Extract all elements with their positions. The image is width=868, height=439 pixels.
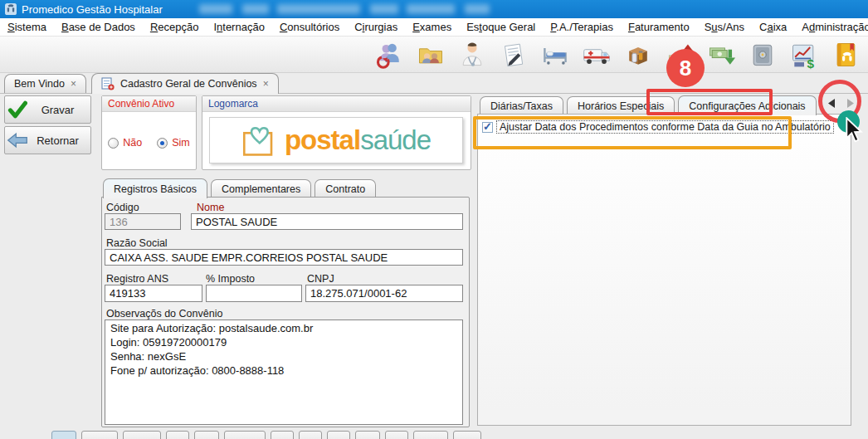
bottom-button[interactable]	[224, 431, 266, 439]
radio-nao[interactable]: Não	[108, 137, 142, 149]
imposto-label: % Imposto	[206, 273, 255, 285]
title-bar: Promedico Gestão Hospitalar	[0, 0, 868, 18]
logomarca-group: Logomarca postal saúde	[202, 95, 471, 170]
menu-item-consultorios[interactable]: Consultórios	[272, 19, 347, 35]
menu-item-estoque-geral[interactable]: Estoque Geral	[459, 19, 543, 35]
tab-bem-vindo[interactable]: Bem Vindo ×	[4, 74, 86, 93]
bottom-button[interactable]	[385, 431, 408, 439]
menu-item-internacao[interactable]: Internação	[206, 19, 271, 35]
bottom-button[interactable]	[327, 431, 350, 439]
contacts-sync-icon[interactable]	[372, 38, 407, 71]
menu-item-exames[interactable]: Exames	[405, 19, 459, 35]
registro-ans-field[interactable]	[105, 285, 202, 302]
codigo-field[interactable]	[105, 213, 181, 230]
prescription-icon[interactable]	[496, 38, 531, 71]
convenio-ativo-group: Convênio Ativo Não Sim	[101, 95, 197, 170]
toolbar: $	[0, 37, 868, 73]
bottom-button[interactable]	[355, 431, 380, 439]
receivables-icon[interactable]	[704, 38, 739, 71]
phonebook-icon[interactable]	[828, 38, 863, 71]
hospital-bed-icon[interactable]	[538, 38, 573, 71]
annotation-rect-red	[646, 89, 773, 115]
gravar-label: Gravar	[30, 104, 90, 116]
tab-complementares[interactable]: Complementares	[211, 179, 311, 198]
menu-bar: Sistema Base de Dados Recepção Internaçã…	[0, 18, 868, 37]
radio-icon	[157, 138, 168, 149]
menu-item-faturamento[interactable]: Faturamento	[621, 19, 697, 35]
financial-chart-icon[interactable]: $	[787, 38, 822, 71]
bottom-button[interactable]	[166, 431, 189, 439]
bottom-button[interactable]	[271, 431, 294, 439]
menu-item-recepcao[interactable]: Recepção	[143, 19, 207, 35]
patient-records-icon[interactable]	[413, 38, 448, 71]
window-title: Promedico Gestão Hospitalar	[22, 3, 163, 16]
pharmacy-stock-icon[interactable]	[621, 38, 656, 71]
tab-cadastro-geral-de-convenios[interactable]: Cadastro Geral de Convênios ×	[91, 73, 279, 94]
bottom-button[interactable]	[194, 431, 219, 439]
redacted-title-text	[277, 4, 360, 14]
tab-label: Bem Vindo	[14, 78, 65, 90]
document-icon	[101, 77, 115, 90]
annotation-rect-orange	[473, 116, 792, 149]
app-icon	[5, 3, 17, 15]
menu-item-sus-ans[interactable]: Sus/Ans	[697, 19, 752, 35]
tab-contrato[interactable]: Contrato	[315, 179, 376, 198]
bottom-button[interactable]	[413, 431, 448, 439]
bottom-button[interactable]	[453, 431, 481, 439]
menu-item-p-a-terapias[interactable]: P.A./Terapias	[543, 19, 621, 35]
nome-field[interactable]	[191, 213, 463, 230]
gravar-button[interactable]: Gravar	[4, 95, 91, 124]
tab-diarias-taxas[interactable]: Diárias/Taxas	[480, 96, 563, 115]
retornar-label: Retornar	[30, 134, 90, 147]
menu-item-administracao[interactable]: Administração	[794, 19, 868, 35]
convenio-ativo-title: Convênio Ativo	[102, 96, 196, 112]
menu-item-cirurgias[interactable]: Cirurgias	[347, 19, 405, 35]
logo-image: postal saúde	[209, 117, 463, 163]
radio-icon	[108, 138, 119, 149]
step-badge: 8	[666, 49, 705, 87]
redacted-title-text	[242, 4, 269, 14]
arrow-left-icon	[5, 132, 30, 149]
menu-item-sistema[interactable]: Sistema	[0, 19, 54, 35]
logomarca-title: Logomarca	[202, 96, 471, 112]
logo-word-saude: saúde	[360, 124, 431, 156]
razao-social-field[interactable]	[105, 249, 463, 266]
menu-item-base-de-dados[interactable]: Base de Dados	[54, 19, 143, 35]
imposto-field[interactable]	[206, 285, 302, 302]
retornar-button[interactable]: Retornar	[4, 126, 91, 154]
ambulance-icon[interactable]	[579, 38, 614, 71]
registro-ans-label: Registro ANS	[106, 273, 168, 285]
bottom-button[interactable]	[81, 431, 118, 439]
cnpj-label: CNPJ	[307, 273, 334, 285]
redacted-title-text	[465, 4, 490, 14]
menu-item-caixa[interactable]: Caixa	[752, 19, 794, 35]
redacted-title-text	[407, 4, 455, 14]
check-icon	[5, 100, 30, 119]
cnpj-field[interactable]	[305, 285, 463, 302]
observacoes-field[interactable]: Site para Autorização: postalsaude.com.b…	[105, 319, 463, 425]
close-icon[interactable]: ×	[263, 79, 269, 89]
codigo-label: Código	[106, 202, 139, 213]
bottom-button[interactable]	[123, 431, 161, 439]
redacted-title-text	[199, 4, 232, 14]
close-icon[interactable]: ×	[71, 79, 76, 89]
safe-icon[interactable]	[745, 38, 780, 71]
svg-text:$: $	[807, 56, 815, 70]
bottom-button[interactable]	[51, 431, 76, 439]
radio-sim[interactable]: Sim	[157, 137, 190, 149]
doctor-icon[interactable]	[455, 38, 490, 71]
bottom-button[interactable]	[299, 431, 322, 439]
convenio-ativo-options: Não Sim	[102, 137, 196, 149]
configuracoes-adicionais-page	[477, 114, 851, 426]
observacoes-label: Observaçõs do Convênio	[106, 308, 222, 319]
form-tab-bar: Registros Básicos Complementares Contrat…	[103, 177, 379, 198]
razao-social-label: Razão Social	[106, 237, 168, 249]
redacted-title-text	[370, 4, 398, 14]
tab-registros-basicos[interactable]: Registros Básicos	[103, 178, 207, 198]
nome-label: Nome	[197, 202, 224, 213]
mouse-cursor-icon	[843, 117, 865, 147]
app-window: Promedico Gestão Hospitalar Sistema Base…	[0, 0, 868, 439]
logo-word-postal: postal	[285, 124, 360, 156]
envelope-heart-icon	[241, 122, 281, 159]
tab-label: Cadastro Geral de Convênios	[120, 78, 257, 90]
